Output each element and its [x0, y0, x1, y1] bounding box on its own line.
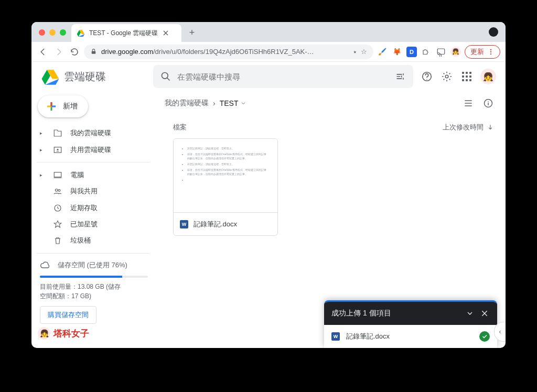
reload-button[interactable] [68, 46, 81, 58]
update-chrome-button[interactable]: 更新 [465, 45, 500, 59]
sidebar-item-shared-drives[interactable]: ▸ 共用雲端硬碟 [37, 141, 155, 158]
tab-overflow-button[interactable] [489, 27, 498, 37]
search-icon [160, 71, 171, 82]
sidebar-item-label: 我的雲端硬碟 [70, 128, 111, 138]
svg-point-12 [58, 190, 60, 192]
folder-toolbar: 我的雲端硬碟 › TEST [155, 91, 506, 115]
svg-point-3 [490, 51, 491, 52]
extension-brush-icon[interactable]: 🖌️ [377, 46, 388, 58]
sidebar-item-label: 近期存取 [70, 203, 98, 213]
search-box[interactable] [153, 65, 413, 88]
help-icon[interactable] [421, 70, 433, 83]
svg-point-11 [56, 189, 58, 192]
watermark-text: 塔科女子 [53, 328, 89, 340]
toast-close-icon[interactable] [480, 309, 490, 318]
app-body: 新增 ▸ 我的雲端硬碟 ▸ 共用雲端硬碟 ▸ 電腦 [31, 91, 506, 348]
svg-point-7 [445, 75, 448, 78]
sidebar-item-label: 與我共用 [70, 187, 98, 196]
svg-point-5 [162, 73, 168, 79]
files-area: 若想記錄筆記，請點選這裡，意即業主。 或者，您也可以隨即從螢幕的OneNote … [155, 136, 506, 236]
buy-storage-button[interactable]: 購買儲存空間 [40, 306, 96, 324]
window-close-button[interactable] [39, 29, 45, 36]
app-header: 雲端硬碟 👧 [31, 62, 506, 91]
expand-icon[interactable]: ▸ [40, 147, 45, 153]
window-minimize-button[interactable] [49, 29, 56, 36]
toast-collapse-icon[interactable] [466, 309, 475, 318]
google-apps-icon[interactable] [460, 70, 473, 83]
file-footer: W 記錄筆記.docx [174, 212, 277, 235]
clock-icon [52, 203, 63, 213]
sidebar: 新增 ▸ 我的雲端硬碟 ▸ 共用雲端硬碟 ▸ 電腦 [31, 91, 155, 348]
people-icon [52, 187, 63, 196]
file-thumbnail: 若想記錄筆記，請點選這裡，意即業主。 或者，您也可以隨即從螢幕的OneNote … [174, 139, 277, 212]
browser-tab[interactable]: TEST - Google 雲端硬碟 [71, 24, 181, 42]
sidebar-item-my-drive[interactable]: ▸ 我的雲端硬碟 [37, 125, 155, 141]
extension-metamask-icon[interactable]: 🦊 [391, 46, 403, 58]
sidebar-item-recent[interactable]: ▸ 近期存取 [37, 200, 155, 216]
settings-gear-icon[interactable] [441, 70, 453, 83]
divider [37, 253, 150, 254]
svg-rect-10 [54, 172, 61, 177]
cast-icon[interactable] [435, 46, 447, 58]
watermark: 👧 塔科女子 [37, 324, 155, 342]
sidebar-item-label: 垃圾桶 [70, 236, 91, 245]
sidebar-item-starred[interactable]: ▸ 已加星號 [37, 216, 155, 232]
divider [37, 162, 150, 162]
details-info-icon[interactable] [482, 97, 494, 109]
column-header-name: 檔案 [173, 123, 187, 132]
address-bar: drive.google.com/drive/u/0/folders/19Q4z… [31, 42, 506, 62]
translate-icon[interactable]: ⭑ [353, 48, 357, 56]
sidebar-item-trash[interactable]: ▸ 垃圾桶 [37, 233, 155, 249]
upload-toast: 成功上傳 1 個項目 W 記錄筆記.docx [324, 300, 497, 348]
expand-icon[interactable]: ▸ [40, 130, 45, 136]
watermark-avatar-icon: 👧 [38, 327, 50, 340]
upload-toast-item[interactable]: W 記錄筆記.docx [324, 325, 497, 348]
chrome-menu-icon[interactable] [487, 48, 495, 56]
storage-bar [40, 276, 148, 278]
svg-point-9 [57, 148, 59, 150]
svg-rect-0 [92, 51, 96, 53]
drive-logo[interactable]: 雲端硬碟 [41, 67, 146, 86]
sidebar-item-label: 共用雲端硬碟 [70, 145, 111, 155]
extensions-puzzle-icon[interactable] [421, 46, 432, 58]
upload-toast-header: 成功上傳 1 個項目 [324, 302, 497, 325]
arrow-down-icon [487, 124, 494, 131]
sidebar-item-shared-with-me[interactable]: ▸ 與我共用 [37, 183, 155, 200]
plus-icon [45, 100, 58, 113]
bookmark-star-icon[interactable]: ☆ [361, 48, 367, 56]
new-button[interactable]: 新增 [38, 95, 88, 117]
my-drive-icon [52, 128, 63, 138]
url-field[interactable]: drive.google.com/drive/u/0/folders/19Q4z… [84, 45, 373, 59]
product-name: 雲端硬碟 [64, 70, 106, 84]
update-label: 更新 [470, 47, 484, 57]
upload-item-name: 記錄筆記.docx [346, 332, 390, 341]
list-header: 檔案 上次修改時間 [155, 115, 506, 136]
header-actions: 👧 [421, 69, 496, 84]
svg-point-4 [490, 53, 491, 54]
cloud-icon [40, 260, 50, 270]
back-button[interactable] [37, 46, 49, 58]
account-avatar[interactable]: 👧 [480, 69, 496, 84]
modified-label: 上次修改時間 [443, 123, 484, 132]
breadcrumb-root[interactable]: 我的雲端硬碟 [165, 99, 209, 108]
file-card[interactable]: 若想記錄筆記，請點選這裡，意即業主。 或者，您也可以隨即從螢幕的OneNote … [173, 138, 278, 236]
search-input[interactable] [177, 72, 389, 81]
word-doc-icon: W [180, 220, 188, 228]
extension-d-icon[interactable]: D [406, 46, 417, 58]
breadcrumb-current[interactable]: TEST [220, 99, 247, 107]
main-pane: 我的雲端硬碟 › TEST 檔案 上次修改時 [155, 91, 506, 348]
list-view-toggle-icon[interactable] [463, 97, 474, 109]
close-tab-button[interactable] [162, 29, 169, 37]
new-tab-button[interactable]: + [185, 25, 199, 40]
extension-avatar-icon[interactable]: 👧 [450, 46, 461, 58]
search-options-icon[interactable] [395, 71, 406, 82]
computer-icon [52, 170, 63, 180]
forward-button[interactable] [52, 46, 65, 58]
expand-icon[interactable]: ▸ [40, 172, 45, 178]
window-zoom-button[interactable] [60, 29, 66, 36]
upload-success-icon [479, 331, 490, 342]
sidebar-item-computers[interactable]: ▸ 電腦 [37, 167, 155, 183]
column-header-modified[interactable]: 上次修改時間 [443, 123, 494, 132]
new-button-label: 新增 [63, 102, 78, 111]
sidebar-item-storage[interactable]: 儲存空間 (已使用 76%) [40, 260, 148, 270]
